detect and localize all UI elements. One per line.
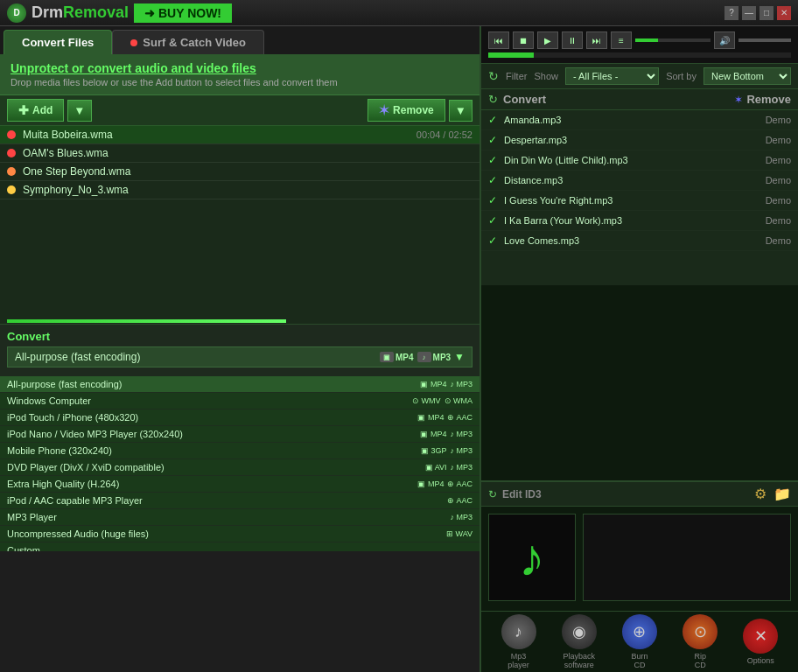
tab-surf-catch[interactable]: Surf & Catch Video (112, 30, 264, 54)
playback-software-button[interactable]: ◉ Playbacksoftware (562, 614, 597, 669)
mp3-player-icon: ♪ (501, 614, 536, 649)
convert-btn-label[interactable]: Convert (503, 93, 734, 106)
format-selector[interactable]: All-purpose (fast encoding) ▣ MP4 ♪ MP3 … (7, 346, 472, 368)
file-name: Muita Bobeira.wma (23, 129, 416, 141)
stop-button[interactable]: ⏹ (513, 32, 534, 49)
forward-button[interactable]: ⏭ (586, 32, 607, 49)
filter-row: ↻ Filter Show - All Files - Sort by New … (481, 64, 798, 89)
title-drm: Drm (32, 4, 63, 21)
volume-icon[interactable]: 🔊 (714, 32, 735, 49)
list-item[interactable]: MP3 Player ♪ MP3 (0, 509, 480, 526)
table-row[interactable]: Symphony_No_3.wma (0, 181, 480, 200)
fmt-badge-2: ⊙ WMA (444, 396, 473, 405)
options-icon: ✕ (743, 619, 778, 654)
file-status-dot (7, 186, 16, 194)
list-item[interactable]: iPod / AAC capable MP3 Player ⊕ AAC (0, 493, 480, 509)
format-selector-label: All-purpose (fast encoding) (15, 351, 140, 363)
buy-now-button[interactable]: ➜ BUY NOW! (134, 4, 232, 23)
album-art-empty (583, 514, 791, 601)
minimize-button[interactable]: — (742, 6, 756, 20)
format-dropdown-arrow[interactable]: ▼ (454, 351, 465, 363)
list-item[interactable]: ✓ Distance.mp3 Demo (481, 171, 798, 191)
right-panel: ⏮ ⏹ ▶ ⏸ ⏭ ≡ 🔊 ↻ Filter Show - All (480, 26, 798, 672)
mp3-player-button[interactable]: ♪ Mp3player (501, 614, 536, 669)
title-removal: Removal (63, 4, 129, 21)
extra-button[interactable]: ≡ (611, 32, 632, 49)
list-item[interactable]: All-purpose (fast encoding) ▣ MP4 ♪ MP3 (0, 376, 480, 393)
gear-icon[interactable]: ⚙ (754, 486, 766, 502)
show-select[interactable]: - All Files - (565, 67, 659, 85)
help-button[interactable]: ? (724, 6, 738, 20)
list-item[interactable]: Custom... (0, 542, 480, 551)
edit-id3-icon: ↻ (488, 488, 497, 500)
right-file-name: Amanda.mp3 (504, 115, 766, 125)
list-item[interactable]: ✓ Love Comes.mp3 Demo (481, 231, 798, 251)
mp3-icon: ♪ (417, 352, 431, 362)
file-status-dot (7, 130, 16, 139)
right-file-tag: Demo (766, 155, 791, 165)
convert-header-subtitle: Drop media files below or use the Add bu… (10, 77, 469, 88)
fmt-badge-2: ⊕ AAC (447, 413, 472, 422)
rip-cd-button[interactable]: ⊙ RipCD (682, 614, 718, 669)
maximize-button[interactable]: □ (760, 6, 774, 20)
remove-button[interactable]: ✶ Remove (368, 99, 445, 122)
list-item[interactable]: DVD Player (DivX / XviD compatible) ▣ AV… (0, 459, 480, 476)
list-item[interactable]: ✓ Din Din Wo (Little Child).mp3 Demo (481, 150, 798, 171)
list-item[interactable]: iPod Touch / iPhone (480x320) ▣ MP4 ⊕ AA… (0, 410, 480, 426)
convert-icon: ↻ (488, 93, 498, 106)
fmt-badge-1: ⊙ WMV (412, 396, 441, 405)
fmt-badge-1: ▣ AVI (425, 463, 447, 472)
close-button[interactable]: ✕ (777, 6, 791, 20)
list-item[interactable]: ✓ I Guess You're Right.mp3 Demo (481, 191, 798, 211)
player-seek-bar[interactable] (488, 52, 791, 58)
refresh-icon[interactable]: ↻ (488, 69, 499, 83)
edit-id3-bar: ↻ Edit ID3 ⚙ 📁 (481, 480, 798, 506)
rip-cd-icon: ⊙ (682, 614, 718, 649)
convert-section: Convert All-purpose (fast encoding) ▣ MP… (0, 324, 480, 376)
tab-convert-files[interactable]: Convert Files (4, 30, 112, 54)
list-item[interactable]: ✓ Despertar.mp3 Demo (481, 130, 798, 150)
fmt-badge-2: ⊕ AAC (447, 496, 472, 505)
fmt-badge-2: ♪ MP3 (450, 513, 472, 522)
file-time: 00:04 / 02:52 (416, 130, 472, 140)
player-progress[interactable] (635, 38, 710, 42)
fmt-badge-2: ♪ MP3 (450, 463, 472, 472)
burn-cd-button[interactable]: ⊕ BurnCD (622, 614, 657, 669)
playback-software-icon: ◉ (562, 614, 597, 649)
options-button[interactable]: ✕ Options (743, 619, 778, 665)
list-item[interactable]: iPod Nano / Video MP3 Player (320x240) ▣… (0, 426, 480, 443)
sort-select[interactable]: New Bottom (704, 67, 791, 85)
list-item[interactable]: Windows Computer ⊙ WMV ⊙ WMA (0, 393, 480, 410)
pause-button[interactable]: ⏸ (562, 32, 583, 49)
playback-software-label: Playbacksoftware (564, 652, 596, 669)
right-file-name: Despertar.mp3 (504, 135, 766, 145)
list-item[interactable]: ✓ I Ka Barra (Your Work).mp3 Demo (481, 211, 798, 231)
rip-cd-label: RipCD (694, 652, 706, 669)
folder-icon[interactable]: 📁 (774, 486, 791, 502)
table-row[interactable]: One Step Beyond.wma (0, 163, 480, 181)
play-button[interactable]: ▶ (537, 32, 558, 49)
tab-dot (130, 39, 137, 46)
rewind-button[interactable]: ⏮ (488, 32, 509, 49)
mp4-icon: ▣ (380, 352, 394, 362)
list-item[interactable]: Uncompressed Audio (huge files) ⊞ WAV (0, 526, 480, 542)
right-file-tag: Demo (766, 175, 791, 186)
bottom-toolbar: ♪ Mp3player ◉ Playbacksoftware ⊕ BurnCD … (481, 611, 798, 672)
table-row[interactable]: OAM's Blues.wma (0, 144, 480, 163)
add-dropdown-button[interactable]: ▼ (67, 100, 91, 122)
add-button[interactable]: ✚ Add (7, 99, 64, 122)
player-progress-fill (635, 38, 658, 42)
list-item[interactable]: ✓ Amanda.mp3 Demo (481, 110, 798, 130)
fmt-badge-1: ▣ MP4 (417, 413, 444, 422)
list-item[interactable]: Extra High Quality (H.264) ▣ MP4 ⊕ AAC (0, 476, 480, 493)
volume-slider[interactable] (738, 38, 791, 42)
mp4-badge: ▣ MP4 (380, 352, 414, 362)
remove-btn-label[interactable]: Remove (746, 93, 791, 106)
mp3-badge: ♪ MP3 (417, 352, 452, 362)
fmt-badge-1: ▣ MP4 (417, 480, 444, 488)
format-name: Custom... (7, 545, 472, 551)
remove-dropdown-button[interactable]: ▼ (449, 100, 472, 122)
remove-x-icon: ✶ (734, 94, 743, 106)
list-item[interactable]: Mobile Phone (320x240) ▣ 3GP ♪ MP3 (0, 443, 480, 459)
table-row[interactable]: Muita Bobeira.wma 00:04 / 02:52 (0, 126, 480, 144)
